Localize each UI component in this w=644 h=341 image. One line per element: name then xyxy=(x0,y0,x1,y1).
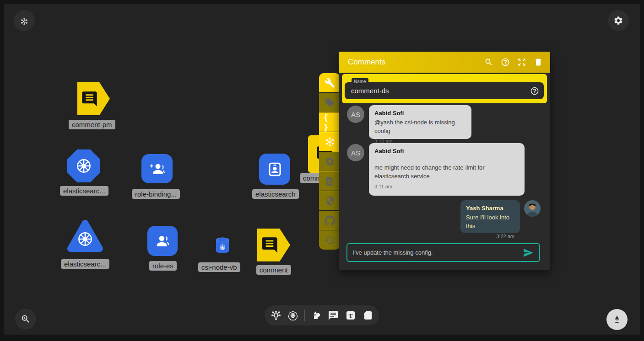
file-search-icon xyxy=(325,176,335,186)
avatar-photo xyxy=(524,200,541,217)
circuit-icon xyxy=(271,310,281,321)
people-icon xyxy=(154,233,171,249)
toolbar-button-shield[interactable] xyxy=(319,191,340,210)
message-text: Sure I'll look into this xyxy=(466,213,514,231)
message-text: me might need to change the rate-limit f… xyxy=(374,164,519,181)
k8s-icon xyxy=(75,157,93,175)
node-label-comment-pm: comment-pm xyxy=(69,120,115,129)
message-time: 3:11 am xyxy=(374,184,519,189)
shape-tool-text-tool[interactable]: T xyxy=(345,309,357,321)
note-icon xyxy=(362,310,373,321)
history-icon xyxy=(325,235,335,245)
shape-tool-note[interactable] xyxy=(362,309,373,321)
github-icon xyxy=(325,215,335,226)
app-logo-button[interactable] xyxy=(14,10,35,31)
chat-icon xyxy=(81,90,98,108)
name-help-icon[interactable] xyxy=(530,86,539,96)
toolbar-button-tag[interactable] xyxy=(319,93,340,112)
toolbar-button-github[interactable] xyxy=(319,211,340,230)
node-context-toolbar: { } xyxy=(319,73,340,250)
message-text: @yash the csi-node is missing config xyxy=(374,118,466,136)
toolbar-button-file-search[interactable] xyxy=(319,171,340,191)
avatar-initials: AS xyxy=(347,144,364,161)
message-bubble: Aabid Sofime might need to change the ra… xyxy=(369,143,525,196)
shape-tool-circuit[interactable] xyxy=(270,309,282,321)
comment-bubble-icon xyxy=(328,310,339,321)
avatar-initials: AS xyxy=(347,106,364,123)
name-input-wrap: Name xyxy=(345,82,544,99)
trash-icon[interactable] xyxy=(534,58,543,67)
settings-button[interactable] xyxy=(608,10,629,31)
node-elasticsearch-triangle[interactable] xyxy=(66,218,104,254)
text-tool-icon: T xyxy=(345,310,356,321)
node-label-role-es: role-es xyxy=(149,261,177,271)
shield-icon xyxy=(325,196,335,206)
toolbar-divider xyxy=(304,309,305,321)
braces-icon: { } xyxy=(325,117,335,128)
message-bubble: Aabid Sofi@yash the csi-node is missing … xyxy=(369,105,471,139)
svg-text:T: T xyxy=(348,312,352,319)
name-section: Name xyxy=(342,74,547,103)
mesh-flower-icon xyxy=(20,16,28,25)
message-input[interactable] xyxy=(347,249,523,256)
shape-toolbar: T xyxy=(265,305,379,325)
comments-panel-header[interactable]: Comments xyxy=(339,52,550,73)
name-field-label: Name xyxy=(352,78,368,85)
message-composer xyxy=(346,243,540,262)
node-role-binding[interactable] xyxy=(141,154,173,183)
toolbar-button-gear[interactable] xyxy=(319,152,340,171)
pen-tool-button[interactable] xyxy=(606,309,628,330)
wrench-icon xyxy=(325,78,335,88)
node-elasticsearch-badge[interactable] xyxy=(259,154,290,185)
node-label-elasticsearch-octagon: elasticsearc... xyxy=(60,186,108,196)
comments-panel: Comments Name ASAabid Sofi@yash the csi-… xyxy=(339,52,550,270)
gear-icon xyxy=(325,156,335,167)
chat-icon xyxy=(260,236,279,254)
message-author: Aabid Sofi xyxy=(374,110,466,117)
node-label-elasticsearch-triangle: elasticsearc... xyxy=(61,259,109,269)
message-author: Yash Sharma xyxy=(466,205,514,212)
name-input[interactable] xyxy=(345,87,530,95)
person-add-icon xyxy=(149,160,166,177)
search-icon[interactable] xyxy=(484,58,493,67)
shape-tool-shapes[interactable] xyxy=(310,309,322,321)
toolbar-button-wrench[interactable] xyxy=(319,73,340,92)
node-label-role-binding: role-binding... xyxy=(132,189,180,199)
toolbar-button-history[interactable] xyxy=(319,230,340,250)
zoom-in-icon xyxy=(21,314,31,324)
toolbar-button-mesh-flower[interactable] xyxy=(319,132,340,151)
k8s-icon xyxy=(219,244,226,251)
help-icon[interactable] xyxy=(501,58,510,67)
shape-tool-kubernetes[interactable] xyxy=(287,309,299,321)
pen-nib-icon xyxy=(612,314,622,325)
message-bubble: Yash SharmaSure I'll look into this3:22 … xyxy=(460,200,520,233)
node-role-es[interactable] xyxy=(147,226,178,256)
node-label-csi-node-vb: csi-node-vb xyxy=(198,262,240,272)
message-author: Aabid Sofi xyxy=(374,148,519,155)
shapes-icon xyxy=(311,310,322,321)
kubernetes-icon xyxy=(287,310,298,321)
node-label-elasticsearch-badge: elasticsearch xyxy=(252,189,299,199)
gear-icon xyxy=(613,16,623,26)
zoom-button[interactable] xyxy=(15,309,36,330)
mesh-flower-icon xyxy=(325,137,335,147)
node-label-comment: comment xyxy=(256,265,291,275)
k8s-icon xyxy=(76,230,94,248)
node-csi-node-vb[interactable] xyxy=(214,237,231,254)
shape-tool-comment-bubble[interactable] xyxy=(327,309,339,321)
toolbar-button-braces[interactable]: { } xyxy=(319,112,340,132)
badge-icon xyxy=(266,161,283,178)
send-icon[interactable] xyxy=(523,247,534,258)
message-time: 3:22 am xyxy=(466,234,514,239)
panel-title: Comments xyxy=(348,58,484,67)
tag-icon xyxy=(325,97,335,108)
expand-icon[interactable] xyxy=(517,58,526,67)
